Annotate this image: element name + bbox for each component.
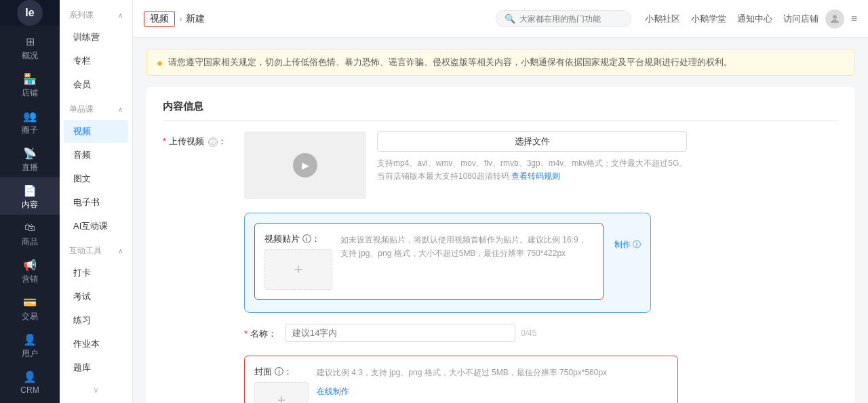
header-link-notice[interactable]: 通知中心 <box>737 13 772 25</box>
avatar[interactable] <box>825 9 844 28</box>
thumb-upload-box[interactable]: + <box>264 249 332 290</box>
thumbnail-action-info-icon[interactable]: ⓘ <box>633 240 641 249</box>
header-link-community[interactable]: 小鹅社区 <box>645 13 680 25</box>
nav-item-ebook[interactable]: 电子书 <box>64 191 128 214</box>
nav-group-single: 单品课 ∧ <box>60 97 132 119</box>
sidebar-item-crm[interactable]: 👤 CRM <box>0 364 60 399</box>
cover-inner: 封面 ⓘ： + 建议比例 4:3，支持 jpg、png 格式，大小不超过 5MB… <box>254 366 668 403</box>
nav-item-checkin[interactable]: 打卡 <box>64 261 128 284</box>
search-input[interactable] <box>519 14 614 24</box>
form-row-name: * 名称： 0/45 <box>244 324 678 342</box>
select-file-button[interactable]: 选择文件 <box>377 131 687 152</box>
thumb-label: 视频贴片 ⓘ： <box>264 234 320 244</box>
nav-item-column[interactable]: 专栏 <box>64 49 128 72</box>
sidebar-item-label: 概况 <box>22 50 38 62</box>
sidebar-item-label: 内容 <box>22 199 38 211</box>
search-box[interactable]: 🔍 <box>496 10 631 27</box>
sidebar-item-marketing[interactable]: 📢 营销 <box>0 252 60 289</box>
menu-icon[interactable]: ≡ <box>851 13 857 25</box>
live-icon: 📡 <box>22 146 37 161</box>
nav-item-member[interactable]: 会员 <box>64 73 128 96</box>
nav-item-audio[interactable]: 音频 <box>64 144 128 167</box>
breadcrumb-current: 视频 <box>144 11 175 27</box>
sidebar-nav: ⊞ 概况 🏪 店铺 👥 圈子 📡 直播 📄 内容 🛍 商品 📢 营销 💳 <box>0 26 60 403</box>
form-card: 内容信息 * 上传视频 ⓘ： ▶ 选择文件 支持mp4、a <box>146 87 854 403</box>
sidebar-item-label: CRM <box>20 385 39 395</box>
nav-item-ai[interactable]: AI互动课 <box>64 215 128 238</box>
cover-section: 封面 ⓘ： + 建议比例 4:3，支持 jpg、png 格式，大小不超过 5MB… <box>244 356 678 403</box>
app-logo[interactable]: Ie <box>17 0 43 26</box>
cover-upload-box[interactable]: + <box>254 382 309 403</box>
interactive-collapse-icon[interactable]: ∧ <box>118 247 123 255</box>
section-title: 内容信息 <box>163 100 838 121</box>
header-link-academy[interactable]: 小鹅学堂 <box>691 13 726 25</box>
nav-item-training[interactable]: 训练营 <box>64 26 128 49</box>
cover-action[interactable]: 在线制作 <box>317 386 349 398</box>
content-icon: 📄 <box>22 183 37 198</box>
nav-item-exam[interactable]: 考试 <box>64 285 128 308</box>
video-thumbnail-section: 视频贴片 ⓘ： + 如未设置视频贴片，将默认使用视频首帧作为贴片。建议比例 16… <box>254 223 604 300</box>
nav-item-graphic[interactable]: 图文 <box>64 167 128 190</box>
sidebar-logo: Ie <box>0 0 60 26</box>
upload-label: * 上传视频 ⓘ： <box>163 131 244 148</box>
sidebar-item-enterprise[interactable]: 💬 企微 <box>0 399 60 403</box>
header-link-visit-store[interactable]: 访问店铺 <box>783 13 818 25</box>
thumb-label-wrap: 视频贴片 ⓘ： + <box>264 233 332 290</box>
left-nav-panel: 系列课 ∧ 训练营 专栏 会员 单品课 ∧ 视频 音频 图文 电子书 AI互动课… <box>60 0 133 403</box>
thumb-upload-plus-icon: + <box>294 261 303 278</box>
sidebar-item-label: 营销 <box>22 274 38 285</box>
cover-info-icon[interactable]: ⓘ <box>275 366 283 377</box>
sidebar-item-label: 商品 <box>22 236 38 248</box>
sidebar-item-user[interactable]: 👤 用户 <box>0 326 60 364</box>
sidebar-item-trade[interactable]: 💳 交易 <box>0 289 60 326</box>
form-row-upload: * 上传视频 ⓘ： ▶ 选择文件 支持mp4、avi、wmv、mov、flv、r… <box>163 131 838 199</box>
nav-item-homework[interactable]: 作业本 <box>64 333 128 356</box>
video-thumbnail-preview: ▶ <box>244 131 366 199</box>
name-input-wrap: 0/45 <box>285 324 678 342</box>
upload-content: ▶ 选择文件 支持mp4、avi、wmv、mov、flv、rmvb、3gp、m4… <box>244 131 838 199</box>
series-collapse-icon[interactable]: ∧ <box>118 12 123 19</box>
cover-action-row: 在线制作 <box>317 383 607 398</box>
nav-item-video[interactable]: 视频 <box>64 120 128 143</box>
nav-item-questions[interactable]: 题库 <box>64 356 128 379</box>
sidebar-item-label: 直播 <box>22 162 38 173</box>
name-input[interactable] <box>285 324 515 342</box>
user-icon: 👤 <box>22 332 37 347</box>
nav-group-series: 系列课 ∧ <box>60 3 132 25</box>
sidebar-item-label: 店铺 <box>22 87 38 99</box>
marketing-icon: 📢 <box>22 257 37 272</box>
top-header: 视频 › 新建 🔍 小鹅社区 小鹅学堂 通知中心 访问店铺 ≡ <box>133 0 868 38</box>
upload-video-area: ▶ 选择文件 支持mp4、avi、wmv、mov、flv、rmvb、3gp、m4… <box>244 131 838 199</box>
name-required: * <box>244 328 250 339</box>
upload-hint: 支持mp4、avi、wmv、mov、flv、rmvb、3gp、m4v、mkv格式… <box>377 157 687 183</box>
sidebar-item-store[interactable]: 🏪 店铺 <box>0 66 60 103</box>
transcode-link[interactable]: 查看转码规则 <box>511 171 560 181</box>
overview-icon: ⊞ <box>22 34 37 49</box>
single-collapse-icon[interactable]: ∧ <box>118 106 123 113</box>
sidebar-item-content[interactable]: 📄 内容 <box>0 177 60 215</box>
name-content: 0/45 <box>285 324 678 342</box>
required-mark: * <box>163 136 169 146</box>
header-links: 小鹅社区 小鹅学堂 通知中心 访问店铺 <box>645 13 818 25</box>
char-count: 0/45 <box>521 328 536 338</box>
thumb-hint: 如未设置视频贴片，将默认使用视频首帧作为贴片。建议比例 16:9，支持 jpg、… <box>340 233 593 261</box>
thumbnail-action[interactable]: 制作 ⓘ <box>614 239 641 251</box>
sidebar-item-circle[interactable]: 👥 圈子 <box>0 103 60 140</box>
nav-collapse-btn[interactable]: ∨ <box>93 385 99 395</box>
main-area: 视频 › 新建 🔍 小鹅社区 小鹅学堂 通知中心 访问店铺 ≡ ● 请您遵守国家… <box>133 0 868 403</box>
sidebar-item-live[interactable]: 📡 直播 <box>0 140 60 177</box>
thumbnail-info-icon[interactable]: ⓘ <box>302 234 311 244</box>
video-clip-right: 制作 ⓘ <box>614 223 641 251</box>
upload-hint-line2: 当前店铺版本最大支持1080超清转码 查看转码规则 <box>377 170 687 183</box>
store-icon: 🏪 <box>22 71 37 86</box>
upload-info-icon[interactable]: ⓘ <box>208 137 218 147</box>
sidebar-item-overview[interactable]: ⊞ 概况 <box>0 28 60 66</box>
play-button[interactable]: ▶ <box>293 153 317 177</box>
video-clip-outer: 视频贴片 ⓘ： + 如未设置视频贴片，将默认使用视频首帧作为贴片。建议比例 16… <box>244 213 651 313</box>
nav-item-practice[interactable]: 练习 <box>64 309 128 332</box>
video-clip-left: 视频贴片 ⓘ： + 如未设置视频贴片，将默认使用视频首帧作为贴片。建议比例 16… <box>254 223 604 303</box>
upload-right-panel: 选择文件 支持mp4、avi、wmv、mov、flv、rmvb、3gp、m4v、… <box>377 131 687 183</box>
sidebar-item-shop[interactable]: 🛍 商品 <box>0 215 60 252</box>
crm-icon: 👤 <box>22 369 37 384</box>
thumb-section-inner: 视频贴片 ⓘ： + 如未设置视频贴片，将默认使用视频首帧作为贴片。建议比例 16… <box>264 233 593 290</box>
